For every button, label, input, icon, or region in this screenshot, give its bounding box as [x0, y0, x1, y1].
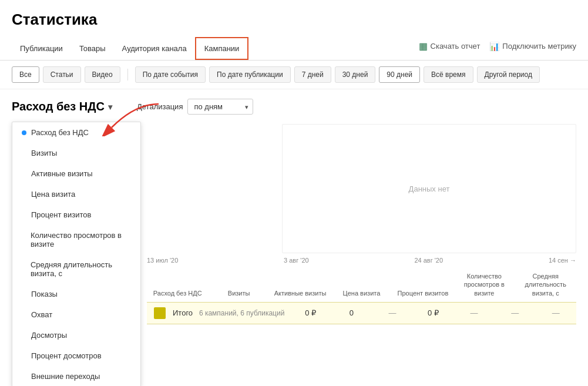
dropdown-item-shows[interactable]: Показы — [12, 284, 140, 304]
tab-campaigns[interactable]: Кампании — [195, 37, 249, 60]
filter-video[interactable]: Видео — [85, 66, 120, 83]
connect-metric-label: Подключить метрику — [502, 42, 576, 51]
dropdown-item-dosmotry[interactable]: Досмотры — [12, 325, 140, 345]
chart-icon: 📊 — [489, 42, 499, 51]
filter-separator-1 — [127, 69, 128, 80]
col-header-active-visits: Активные визиты — [270, 289, 331, 297]
filter-by-pub[interactable]: По дате публикации — [209, 66, 291, 83]
dropdown-label-reach: Охват — [31, 310, 52, 319]
col-header-avg-duration: Средняя длительность визита, с — [515, 272, 576, 297]
col-header-visits: Визиты — [208, 289, 269, 297]
chart-section: Данных нет 13 июл '20 3 авг '20 24 авг '… — [147, 124, 576, 324]
main-content: Расход без НДС ▾ Детализация по дням по … — [0, 89, 588, 334]
filter-bar: Все Статьи Видео По дате события По дате… — [0, 61, 588, 89]
dropdown-label-visit-percent: Процент визитов — [31, 210, 91, 219]
summary-val-visit-price: 0 ₽ — [413, 308, 454, 317]
page-title: Статистика — [12, 11, 576, 29]
summary-label: Итого 6 кампаний, 6 публикаций — [173, 308, 290, 317]
dropdown-item-reach[interactable]: Охват — [12, 304, 140, 325]
download-report-label: Скачать отчет — [431, 42, 481, 51]
selected-dot — [22, 130, 26, 135]
download-report-button[interactable]: ▦ Скачать отчет — [419, 41, 481, 52]
col-header-visit-price: Цена визита — [331, 289, 392, 297]
date-label-3: 24 авг '20 — [414, 257, 443, 264]
dropdown-item-external-clicks[interactable]: Внешние переходы — [12, 366, 140, 386]
filter-all-time[interactable]: Всё время — [424, 66, 473, 83]
dropdown-label-active-visits: Активные визиты — [31, 169, 93, 178]
dropdown-label-visit-price: Цена визита — [31, 190, 75, 199]
dropdown-label-avg-duration: Средняя длительность визита, с — [31, 260, 131, 278]
summary-total-label: Итого — [173, 308, 193, 317]
connect-metric-button[interactable]: 📊 Подключить метрику — [489, 42, 576, 51]
summary-val-active-visits: — — [372, 308, 413, 317]
dropdown-item-visits[interactable]: Визиты — [12, 143, 140, 163]
detail-select[interactable]: по дням по неделям по месяцам — [187, 99, 253, 115]
dropdown-item-visit-price[interactable]: Цена визита — [12, 184, 140, 204]
date-label-2: 3 авг '20 — [284, 257, 309, 264]
tab-audience[interactable]: Аудитория канала — [114, 37, 195, 60]
dropdown-item-avg-duration[interactable]: Средняя длительность визита, с — [12, 254, 140, 284]
dropdown-label-external-clicks: Внешние переходы — [31, 372, 100, 381]
tab-publications[interactable]: Публикации — [12, 37, 71, 60]
summary-val-avg-duration: — — [535, 308, 576, 317]
metric-title[interactable]: Расход без НДС ▾ — [12, 100, 112, 113]
filter-30days[interactable]: 30 дней — [335, 66, 376, 83]
dropdown-label-expense: Расход без НДС — [31, 128, 89, 137]
dropdown-item-active-visits[interactable]: Активные визиты — [12, 163, 140, 184]
chart-dates: 13 июл '20 3 авг '20 24 авг '20 14 сен → — [147, 253, 576, 267]
dropdown-item-expense[interactable]: Расход без НДС — [12, 122, 140, 143]
filter-7days[interactable]: 7 дней — [294, 66, 331, 83]
summary-val-views-in-visit: — — [495, 308, 536, 317]
summary-val-visit-percent: — — [453, 308, 495, 317]
filter-90days[interactable]: 90 дней — [379, 66, 420, 83]
date-label-1: 13 июл '20 — [147, 257, 178, 264]
filter-all[interactable]: Все — [12, 66, 39, 83]
metric-current-label: Расход без НДС — [12, 100, 105, 113]
dropdown-item-views-in-visit[interactable]: Количество просмотров в визите — [12, 225, 140, 254]
dropdown-item-dosmotry-percent[interactable]: Процент досмотров — [12, 345, 140, 366]
detail-label: Детализация — [137, 102, 183, 111]
filter-by-event[interactable]: По дате события — [135, 66, 206, 83]
dropdown-label-dosmotry: Досмотры — [31, 331, 67, 340]
summary-sublabel: 6 кампаний, 6 публикаций — [199, 309, 284, 317]
no-data-label: Данных нет — [409, 184, 450, 193]
summary-val-visits: 0 — [331, 308, 372, 317]
filter-other-period[interactable]: Другой период — [477, 66, 540, 83]
dropdown-label-views-in-visit: Количество просмотров в визите — [31, 231, 131, 249]
col-header-views-in-visit: Количество просмотров в визите — [453, 272, 515, 297]
column-headers: Расход без НДС Визиты Активные визиты Це… — [147, 267, 576, 300]
dropdown-label-visits: Визиты — [31, 149, 57, 157]
filter-articles[interactable]: Статьи — [43, 66, 81, 83]
detail-select-wrapper: по дням по неделям по месяцам — [187, 99, 253, 115]
summary-row: Итого 6 кампаний, 6 публикаций 0 ₽ 0 — 0… — [147, 302, 576, 324]
top-navigation: Публикации Товары Аудитория канала Кампа… — [0, 37, 588, 61]
metric-chevron-icon: ▾ — [108, 102, 112, 112]
summary-val-expense: 0 ₽ — [290, 308, 331, 317]
metric-row: Расход без НДС ▾ Детализация по дням по … — [12, 99, 576, 115]
dropdown-label-dosmotry-percent: Процент досмотров — [31, 351, 102, 360]
summary-values: 0 ₽ 0 — 0 ₽ — — — — [290, 308, 576, 317]
nav-tabs: Публикации Товары Аудитория канала Кампа… — [12, 37, 248, 60]
nav-actions: ▦ Скачать отчет 📊 Подключить метрику — [419, 41, 576, 56]
col-header-visit-percent: Процент визитов — [392, 289, 453, 297]
summary-icon — [154, 307, 166, 319]
metric-dropdown: Расход без НДС Визиты Активные визиты Це… — [12, 122, 141, 386]
excel-icon: ▦ — [419, 41, 428, 52]
col-header-expense: Расход без НДС — [147, 289, 208, 297]
tab-goods[interactable]: Товары — [71, 37, 114, 60]
dropdown-item-visit-percent[interactable]: Процент визитов — [12, 204, 140, 225]
dropdown-label-shows: Показы — [31, 290, 58, 298]
chart-area: Данных нет — [282, 124, 576, 253]
date-label-4: 14 сен → — [549, 257, 576, 264]
